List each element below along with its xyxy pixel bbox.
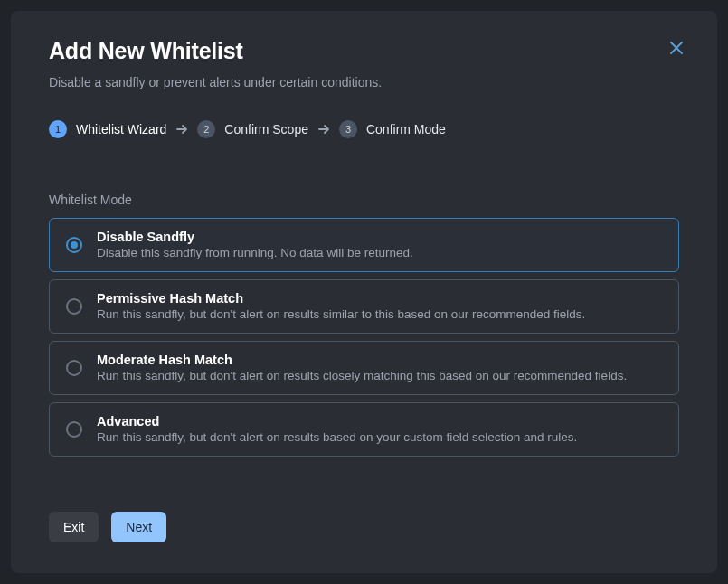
option-text: Permissive Hash Match Run this sandfly, …: [97, 291, 585, 321]
radio-icon: [66, 421, 82, 438]
step-label: Confirm Scope: [224, 122, 308, 137]
dialog-footer: Exit Next: [49, 512, 679, 542]
option-moderate-hash-match[interactable]: Moderate Hash Match Run this sandfly, bu…: [49, 341, 679, 395]
mode-options: Disable Sandfly Disable this sandfly fro…: [49, 218, 679, 457]
option-title: Permissive Hash Match: [97, 291, 585, 306]
option-text: Moderate Hash Match Run this sandfly, bu…: [97, 353, 627, 382]
step-confirm-mode[interactable]: 3 Confirm Mode: [339, 120, 446, 138]
radio-icon: [66, 237, 82, 253]
dialog-header: Add New Whitelist: [49, 38, 679, 64]
option-advanced[interactable]: Advanced Run this sandfly, but don't ale…: [49, 402, 679, 457]
next-button[interactable]: Next: [111, 512, 166, 542]
step-badge: 1: [49, 120, 67, 138]
dialog-subtitle: Disable a sandfly or prevent alerts unde…: [49, 75, 679, 89]
option-desc: Run this sandfly, but don't alert on res…: [97, 430, 577, 444]
option-title: Advanced: [97, 414, 577, 429]
close-button[interactable]: [668, 40, 685, 56]
option-text: Disable Sandfly Disable this sandfly fro…: [97, 230, 413, 259]
option-permissive-hash-match[interactable]: Permissive Hash Match Run this sandfly, …: [49, 279, 679, 334]
chevron-right-icon: [175, 123, 188, 136]
option-desc: Run this sandfly, but don't alert on res…: [97, 307, 585, 321]
add-whitelist-dialog: Add New Whitelist Disable a sandfly or p…: [11, 11, 717, 573]
option-text: Advanced Run this sandfly, but don't ale…: [97, 414, 577, 444]
dialog-title: Add New Whitelist: [49, 38, 243, 64]
option-title: Disable Sandfly: [97, 230, 413, 244]
radio-icon: [66, 298, 82, 315]
option-title: Moderate Hash Match: [97, 353, 627, 367]
close-icon: [668, 40, 685, 56]
step-badge: 2: [197, 120, 215, 138]
exit-button[interactable]: Exit: [49, 512, 99, 542]
section-label: Whitelist Mode: [49, 193, 679, 207]
step-label: Whitelist Wizard: [76, 122, 166, 137]
radio-icon: [66, 360, 82, 376]
step-confirm-scope[interactable]: 2 Confirm Scope: [197, 120, 308, 138]
stepper: 1 Whitelist Wizard 2 Confirm Scope 3 Con…: [49, 120, 679, 138]
option-disable-sandfly[interactable]: Disable Sandfly Disable this sandfly fro…: [49, 218, 679, 272]
step-whitelist-wizard[interactable]: 1 Whitelist Wizard: [49, 120, 166, 138]
option-desc: Run this sandfly, but don't alert on res…: [97, 369, 627, 382]
step-badge: 3: [339, 120, 357, 138]
option-desc: Disable this sandfly from running. No da…: [97, 246, 413, 259]
chevron-right-icon: [317, 123, 330, 136]
step-label: Confirm Mode: [366, 122, 446, 137]
